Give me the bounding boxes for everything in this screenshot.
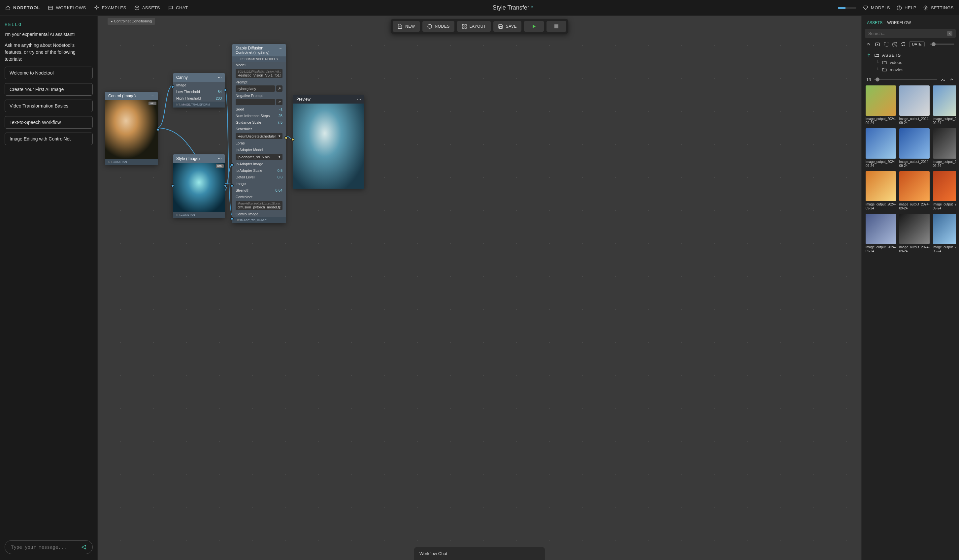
layout-button[interactable]: LAYOUT <box>457 21 491 32</box>
refresh-icon[interactable] <box>901 41 906 47</box>
asset-item[interactable]: image_output_2024-09-24 <box>866 214 896 253</box>
add-folder-icon[interactable] <box>875 41 880 47</box>
node-menu-icon[interactable]: ⋯ <box>218 156 222 161</box>
send-icon[interactable] <box>81 544 86 550</box>
canvas[interactable]: ▸ Controlnet Conditioning NEW NODES LAYO… <box>98 16 861 560</box>
ip-model-select[interactable]: ip-adapter_sd15.bin▾ <box>236 154 282 160</box>
input-port-ipimage[interactable] <box>230 163 234 167</box>
asset-name: image_output_2024-09-24 <box>866 117 896 125</box>
nav-examples[interactable]: EXAMPLES <box>94 5 126 11</box>
nodes-button[interactable]: NODES <box>422 21 454 32</box>
output-port[interactable] <box>285 136 288 140</box>
workflow-chat[interactable]: Workflow Chat — <box>414 547 545 560</box>
assistant-intro1: I'm your experimental AI assistant! <box>5 31 93 38</box>
assistant-intro2: Ask me anything about Nodetool's feature… <box>5 42 93 63</box>
home-icon <box>5 5 11 11</box>
canvas-tag[interactable]: ▸ Controlnet Conditioning <box>108 18 155 25</box>
brand[interactable]: NODETOOL <box>5 5 40 11</box>
input-port-control[interactable] <box>230 217 234 220</box>
input-port[interactable] <box>291 138 295 141</box>
asset-item[interactable]: image_output_2024-09-24 <box>933 171 956 211</box>
node-control-image[interactable]: Control (Image) ⋯ URL NT.CONSTANT <box>105 92 158 165</box>
controlnet-select[interactable]: lllyasviel/control_v11p_sd15_canny diffu… <box>236 201 282 210</box>
node-canny[interactable]: Canny ⋯ Image Low Threshold84 High Thres… <box>173 73 225 108</box>
folder-movies[interactable]: └ movies <box>866 67 956 72</box>
node-preview[interactable]: Preview ⋯ <box>293 95 364 189</box>
nav-settings[interactable]: SETTINGS <box>923 5 954 11</box>
model-select[interactable]: SG161222/Realistic_Vision_V5.1_noVAE Rea… <box>236 69 282 78</box>
asset-name: image_output_2024-09-24 <box>899 245 930 253</box>
up-left-icon[interactable] <box>866 41 871 47</box>
node-style-image[interactable]: Style (Image) ⋯ URL NT.CONSTANT <box>173 154 225 218</box>
asset-item[interactable]: image_output_2024-09-24 <box>899 128 930 168</box>
asset-filter-slider[interactable] <box>874 79 937 80</box>
tab-workflow[interactable]: WORKFLOW <box>887 21 911 25</box>
chevron-up-icon[interactable] <box>949 77 954 82</box>
neg-prompt-input[interactable] <box>236 99 275 105</box>
expand-prompt-icon[interactable]: ↗ <box>276 86 282 92</box>
asset-item[interactable]: image_output_2024-09-24 <box>866 171 896 211</box>
scheduler-select[interactable]: HeunDiscreteScheduler▾ <box>236 133 282 139</box>
node-stable-diffusion[interactable]: Stable Diffusion ⋯ Controlnet (img2img) … <box>232 44 286 223</box>
output-port[interactable] <box>156 128 160 131</box>
node-menu-icon[interactable]: ⋯ <box>357 97 361 102</box>
input-port[interactable] <box>171 85 174 88</box>
tab-assets[interactable]: ASSETS <box>867 21 883 25</box>
control-image-preview[interactable]: URL <box>105 100 158 159</box>
save-button[interactable]: SAVE <box>493 21 521 32</box>
preview-image <box>293 103 364 189</box>
suggest-welcome[interactable]: Welcome to Nodetool <box>5 67 93 79</box>
asset-name: image_output_2024-09-24 <box>866 160 896 168</box>
asset-thumb <box>933 128 956 159</box>
assistant-hello: HELLO <box>5 22 93 27</box>
folder-videos[interactable]: └ videos <box>866 60 956 65</box>
clear-search-icon[interactable]: × <box>947 31 953 36</box>
folder-root[interactable]: ASSETS <box>866 52 956 58</box>
input-port[interactable] <box>171 184 174 187</box>
asset-item[interactable]: image_output_2024-09-24 <box>899 171 930 211</box>
input-port-image[interactable] <box>230 184 234 187</box>
expand-neg-icon[interactable]: ↗ <box>276 99 282 105</box>
asset-search-input[interactable] <box>868 31 947 36</box>
node-menu-icon[interactable]: ⋯ <box>150 94 155 98</box>
suggest-first-image[interactable]: Create Your First AI Image <box>5 83 93 95</box>
nav-workflows[interactable]: WORKFLOWS <box>48 5 86 11</box>
output-port[interactable] <box>224 88 227 92</box>
prompt-input[interactable]: cyborg lady <box>236 86 275 92</box>
node-menu-icon[interactable]: ⋯ <box>218 75 222 80</box>
nav-chat[interactable]: CHAT <box>168 5 188 11</box>
asset-item[interactable]: image_output_2024-09-24 <box>933 214 956 253</box>
asset-item[interactable]: image_output_2024-09-24 <box>899 214 930 253</box>
new-button[interactable]: NEW <box>393 21 420 32</box>
image-icon[interactable] <box>940 77 946 82</box>
asset-search-wrapper: × <box>865 29 956 38</box>
chat-input[interactable] <box>11 544 78 550</box>
asset-item[interactable]: image_output_2024-09-24 <box>866 86 896 125</box>
nav-assets[interactable]: ASSETS <box>134 5 160 11</box>
sort-by-date[interactable]: DATE <box>909 41 925 47</box>
svg-line-19 <box>893 43 896 46</box>
suggest-tts[interactable]: Text-to-Speech Workflow <box>5 116 93 129</box>
suggest-video[interactable]: Video Transformation Basics <box>5 100 93 112</box>
recommended-models-button[interactable]: RECOMMENDED MODELS <box>232 56 286 62</box>
suggest-controlnet[interactable]: Image Editing with ControlNet <box>5 132 93 145</box>
upload-icon[interactable] <box>866 52 871 58</box>
nav-help[interactable]: HELP <box>897 5 916 11</box>
asset-item[interactable]: image_output_2024-09-24 <box>933 86 956 125</box>
nav-models[interactable]: MODELS <box>863 5 890 11</box>
asset-item[interactable]: image_output_2024-09-24 <box>866 128 896 168</box>
asset-count: 13 <box>866 77 871 82</box>
play-button[interactable] <box>524 21 544 32</box>
style-image-preview[interactable]: URL <box>173 163 225 212</box>
output-port[interactable] <box>224 184 227 187</box>
deselect-icon[interactable] <box>892 41 897 47</box>
asset-item[interactable]: image_output_2024-09-24 <box>933 128 956 168</box>
help-icon <box>897 5 902 11</box>
thumb-size-slider[interactable] <box>930 43 954 45</box>
stop-button[interactable] <box>546 21 566 32</box>
asset-name: image_output_2024-09-24 <box>933 202 956 210</box>
select-all-icon[interactable] <box>883 41 889 47</box>
node-menu-icon[interactable]: ⋯ <box>279 46 282 51</box>
minimize-icon[interactable]: — <box>535 551 540 556</box>
asset-item[interactable]: image_output_2024-09-24 <box>899 86 930 125</box>
